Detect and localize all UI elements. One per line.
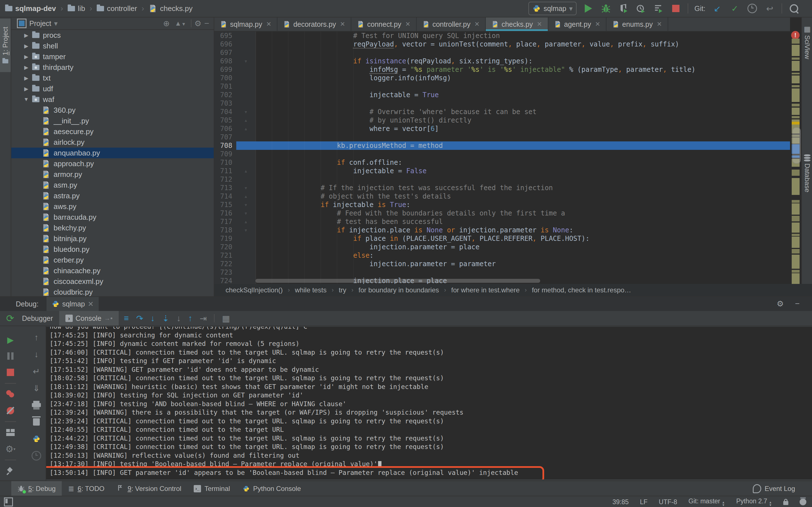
tree-collapsed-icon[interactable]: ▶ [22, 75, 31, 81]
run-with-concurrency-button[interactable] [653, 3, 664, 14]
print-button[interactable] [31, 399, 42, 411]
breadcrumb-item[interactable]: sqlmap-dev [5, 4, 56, 13]
sidebar-item-database[interactable]: Database [802, 153, 812, 192]
stripe-mark[interactable] [792, 122, 800, 124]
hector-inspections-icon[interactable] [800, 499, 806, 505]
python-interpreter[interactable]: Python 2.7▲▼ [736, 497, 772, 506]
fold-marker-icon[interactable]: ▵ [236, 167, 255, 175]
code-breadcrumb-item[interactable]: for boundary in boundaries [358, 286, 439, 294]
line-number[interactable]: 712 [214, 175, 236, 184]
git-rollback-button[interactable]: ↩ [764, 3, 775, 14]
stripe-mark[interactable] [792, 73, 800, 74]
debug-settings-gear-icon[interactable]: ⚙ [777, 299, 784, 308]
debug-console[interactable]: how do you want to proceed? [(C)ontinue/… [46, 327, 812, 480]
sidebar-item-project[interactable]: 1: Project [0, 18, 11, 72]
stripe-mark[interactable] [792, 270, 800, 273]
tab-agent-py[interactable]: agent.py✕ [548, 17, 606, 31]
tree-item-cerber-py[interactable]: cerber.py [11, 255, 214, 265]
git-update-button[interactable]: ↙ [712, 3, 723, 14]
fold-marker-icon[interactable] [236, 234, 255, 243]
stripe-mark[interactable] [792, 57, 800, 60]
stripe-mark[interactable] [792, 203, 800, 215]
toolwindow-toggle-icon[interactable] [4, 497, 13, 506]
breadcrumb-item[interactable]: lib [68, 4, 85, 13]
tree-item-cloudbric-py[interactable]: cloudbric.py [11, 287, 214, 296]
fold-marker-icon[interactable]: ▵ [236, 116, 255, 124]
run-configuration-select[interactable]: sqlmap ▾ [528, 2, 576, 15]
line-number[interactable]: 704 [214, 108, 236, 116]
mute-breakpoints-button[interactable] [5, 405, 16, 416]
line-number[interactable]: 705 [214, 116, 236, 124]
code-breadcrumb-item[interactable]: checkSqlInjection() [225, 286, 283, 294]
tree-item-txt[interactable]: ▶txt [11, 73, 214, 83]
tree-item-chinacache-py[interactable]: chinacache.py [11, 265, 214, 276]
tree-item-asm-py[interactable]: asm.py [11, 180, 214, 190]
tree-item-waf[interactable]: ▼waf [11, 94, 214, 105]
fold-marker-icon[interactable] [236, 268, 255, 277]
editor-error-stripe[interactable]: ! [790, 17, 801, 284]
line-number[interactable]: 715 [214, 201, 236, 209]
close-icon[interactable]: ✕ [474, 20, 479, 28]
tab-sqlmap-py[interactable]: sqlmap.py✕ [214, 17, 277, 31]
close-icon[interactable]: ✕ [657, 20, 662, 28]
stripe-mark[interactable] [792, 216, 800, 221]
restore-layout-button[interactable] [5, 427, 16, 438]
debug-gear-icon[interactable]: ⚙▾ [5, 443, 16, 455]
fold-marker-icon[interactable] [236, 65, 255, 74]
fold-marker-icon[interactable]: ▿ [236, 209, 255, 217]
close-icon[interactable]: ✕ [405, 20, 410, 28]
line-number[interactable]: 696 [214, 40, 236, 48]
line-number[interactable]: 701 [214, 82, 236, 91]
fold-marker-icon[interactable] [236, 82, 255, 91]
close-icon[interactable]: ✕ [340, 20, 345, 28]
step-into-button[interactable]: ↓ [151, 314, 155, 323]
toolwindow-button-python-console[interactable]: Python Console [236, 481, 307, 496]
tab-debugger[interactable]: Debugger [16, 311, 59, 326]
tree-item-approach-py[interactable]: approach.py [11, 158, 214, 169]
tab-console[interactable]: › Console →▪ [59, 311, 119, 326]
tree-item-thirdparty[interactable]: ▶thirdparty [11, 62, 214, 73]
tree-item-barracuda-py[interactable]: barracuda.py [11, 212, 214, 223]
line-number[interactable]: 700 [214, 74, 236, 82]
fold-marker-icon[interactable] [236, 32, 255, 40]
line-number[interactable]: 703 [214, 99, 236, 108]
breadcrumb-item[interactable]: controller [97, 4, 137, 13]
line-number[interactable]: 702 [214, 91, 236, 99]
line-number[interactable]: 695 [214, 32, 236, 40]
breadcrumb-item[interactable]: checks.py [149, 4, 193, 13]
stripe-mark[interactable] [792, 200, 800, 203]
tree-item-aws-py[interactable]: aws.py [11, 201, 214, 212]
fold-marker-icon[interactable] [236, 243, 255, 251]
stripe-mark[interactable] [792, 273, 800, 284]
close-icon[interactable]: ✕ [595, 20, 600, 28]
run-with-coverage-button[interactable] [618, 3, 629, 14]
tree-expanded-icon[interactable]: ▼ [22, 96, 31, 103]
fold-marker-icon[interactable]: ▵ [236, 124, 255, 133]
line-number[interactable]: 718 [214, 226, 236, 234]
stripe-mark[interactable] [792, 223, 800, 233]
toolwindow-button-6-todo[interactable]: ≣6: TODO [62, 481, 110, 496]
stripe-mark[interactable] [792, 85, 800, 87]
step-over-button[interactable]: ↷ [136, 314, 143, 323]
view-breakpoints-button[interactable] [5, 389, 16, 400]
stop-button[interactable] [670, 3, 681, 14]
run-to-cursor-button[interactable]: ⇥ [200, 314, 207, 323]
resume-button[interactable]: ▶ [5, 334, 16, 345]
profiler-button[interactable] [635, 3, 647, 14]
fold-marker-icon[interactable] [236, 133, 255, 142]
locate-file-button[interactable]: ⊕ [163, 19, 169, 28]
line-number[interactable]: 698 [214, 57, 236, 65]
tree-item-udf[interactable]: ▶udf [11, 83, 214, 94]
stripe-mark[interactable] [792, 178, 800, 195]
fold-marker-icon[interactable] [236, 91, 255, 99]
run-button[interactable] [583, 3, 594, 14]
line-number[interactable]: 697 [214, 48, 236, 57]
history-clock-icon[interactable] [31, 450, 42, 461]
line-number[interactable]: 709 [214, 150, 236, 158]
tree-item-aesecure-py[interactable]: aesecure.py [11, 126, 214, 137]
fold-marker-icon[interactable]: ▿ [236, 108, 255, 116]
step-into-my-code-button[interactable]: ↓ [176, 314, 181, 323]
tree-collapsed-icon[interactable]: ▶ [22, 32, 31, 39]
hide-debug-panel-button[interactable]: − [795, 299, 800, 308]
event-log-button[interactable]: Event Log [753, 484, 795, 493]
